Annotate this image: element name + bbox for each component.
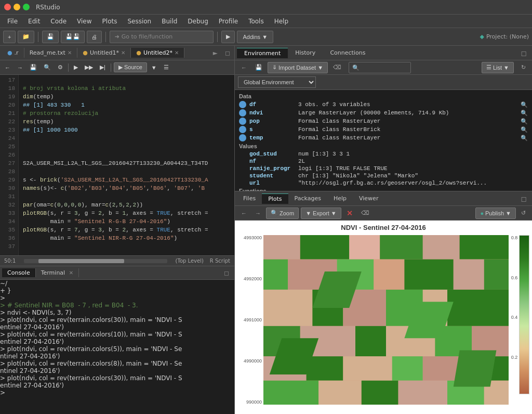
menu-tools[interactable]: Tools [243, 17, 269, 26]
files-tab-packages[interactable]: Packages [288, 193, 327, 203]
ed-save-btn[interactable]: 💾 [27, 63, 39, 72]
env-row-df[interactable]: df 3 obs. of 3 variables 🔍 [235, 100, 532, 109]
svg-rect-29 [392, 356, 423, 381]
ed-run-all-btn[interactable]: ▶▶ [82, 63, 96, 72]
window-controls[interactable] [4, 4, 30, 10]
tab-untitled1-close[interactable]: ✕ [121, 50, 125, 56]
menu-view[interactable]: View [72, 17, 97, 26]
plot-refresh-btn[interactable]: ↺ [518, 209, 529, 217]
ndvi-search-icon[interactable]: 🔍 [521, 110, 528, 117]
terminal-tab-close[interactable]: ✕ [69, 270, 73, 276]
menu-debug[interactable]: Debug [182, 17, 213, 26]
plot-export-button[interactable]: ▼ Export ▼ [301, 208, 341, 219]
env-tab-history[interactable]: History [288, 48, 323, 58]
menu-build[interactable]: Build [156, 17, 182, 26]
menu-help[interactable]: Help [269, 17, 294, 26]
files-float-btn[interactable]: ◻ [517, 195, 530, 203]
addins-button[interactable]: Addins ▼ [237, 31, 273, 43]
files-tab-help[interactable]: Help [327, 193, 353, 203]
plot-prev-btn[interactable]: ← [238, 209, 250, 217]
env-clear-btn[interactable]: ⌫ [330, 63, 344, 72]
console-line-2: > [0, 294, 234, 302]
files-tab-plots[interactable]: Plots [262, 193, 288, 204]
plot-zoom-button[interactable]: 🔍 Zoom [266, 208, 299, 219]
console-content[interactable]: ~/ + } > > # Sentinel NIR = B08 - 7 , re… [0, 280, 234, 414]
pop-search-icon[interactable]: 🔍 [521, 118, 528, 125]
menu-file[interactable]: File [2, 17, 23, 26]
cursor-position: 50:1 [4, 258, 16, 264]
print-button[interactable]: 🖨 [87, 31, 102, 43]
plot-publish-button[interactable]: ● Publish ▼ [475, 208, 516, 219]
ed-source-button[interactable]: ▶ Source [114, 62, 147, 72]
ed-redo-btn[interactable]: → [15, 63, 25, 72]
plot-next-btn[interactable]: → [252, 209, 264, 217]
env-row-temp[interactable]: temp Formal class RasterLayer 🔍 [235, 134, 532, 142]
menu-code[interactable]: Code [45, 17, 72, 26]
tab-float-button[interactable]: ◻ [223, 49, 232, 57]
toolbar-separator-1 [38, 32, 38, 42]
console-tab-terminal[interactable]: Terminal ✕ [36, 268, 79, 277]
env-list-button[interactable]: ☰ List ▼ [482, 62, 514, 73]
temp-search-icon[interactable]: 🔍 [521, 135, 528, 141]
minimize-button[interactable] [14, 4, 20, 10]
env-refresh-btn[interactable]: ↻ [518, 63, 529, 72]
ed-step-btn[interactable]: ▶| [97, 63, 108, 72]
env-row-s[interactable]: s Formal class RasterBrick 🔍 [235, 125, 532, 134]
go-to-file-container[interactable]: ➜ Go to file/function [110, 31, 214, 43]
something-btn[interactable]: ▶ [221, 31, 235, 43]
plot-delete-button[interactable]: ✕ [343, 208, 356, 218]
save-button[interactable]: 💾 [42, 31, 59, 43]
menu-profile[interactable]: Profile [214, 17, 243, 26]
editor-tab-untitled2[interactable]: ● Untitled2* ✕ [131, 48, 184, 58]
tab-untitled2-close[interactable]: ✕ [175, 50, 179, 56]
ed-menu-btn[interactable]: ☰ [161, 63, 171, 72]
editor-tab-untitled1[interactable]: ● Untitled1* ✕ [77, 48, 131, 58]
svg-rect-5 [423, 235, 460, 260]
files-tab-files[interactable]: Files [237, 193, 262, 203]
env-tab-environment[interactable]: Environment [237, 48, 288, 58]
menu-session[interactable]: Session [122, 17, 156, 26]
code-editor[interactable]: 17 18 19 20 21 22 23 24 25 26 27 28 29 3… [0, 75, 234, 255]
global-env-selector[interactable]: Global Environment [238, 76, 316, 88]
env-row-ndvi[interactable]: ndvi Large RasterLayer (90000 elements, … [235, 109, 532, 117]
env-row-pop[interactable]: pop Formal class RasterLayer 🔍 [235, 117, 532, 125]
s-name: s [249, 126, 296, 133]
env-back-btn[interactable]: ← [238, 63, 250, 72]
console-float-btn[interactable]: ◻ [221, 269, 232, 277]
save-all-button[interactable]: 💾💾 [61, 31, 85, 43]
ed-magic-btn[interactable]: ⚙ [55, 63, 65, 72]
menu-edit[interactable]: Edit [23, 17, 45, 26]
env-save-btn[interactable]: 💾 [252, 63, 265, 72]
s-search-icon[interactable]: 🔍 [521, 126, 528, 133]
tab-overflow-button[interactable]: ► [210, 49, 221, 57]
tab-readme-close[interactable]: ✕ [68, 50, 72, 56]
editor-tab-readme[interactable]: Read_me.txt ✕ [24, 48, 78, 58]
ed-undo-btn[interactable]: ← [2, 63, 13, 72]
env-section-functions: Functions [235, 187, 532, 191]
df-search-icon[interactable]: 🔍 [521, 101, 528, 108]
ed-source-dropdown[interactable]: ▼ [149, 63, 159, 72]
open-file-button[interactable]: 📁 [18, 31, 34, 43]
env-import-button[interactable]: ⇓ Import Dataset ▼ [268, 62, 328, 73]
env-tab-connections[interactable]: Connections [323, 48, 373, 58]
ndvi-name: ndvi [249, 110, 296, 116]
nf-name: nf [249, 158, 296, 164]
ed-find-btn[interactable]: 🔍 [41, 63, 54, 72]
close-button[interactable] [4, 4, 11, 10]
addins-label: Addins [243, 34, 260, 40]
menu-plots[interactable]: Plots [97, 17, 123, 26]
editor-tab-r[interactable]: ● .r [2, 48, 24, 58]
maximize-button[interactable] [23, 4, 30, 10]
svg-rect-32 [263, 381, 318, 405]
env-float-btn[interactable]: ◻ [517, 49, 530, 57]
env-search-input[interactable] [349, 62, 411, 73]
console-tab-console[interactable]: Console [2, 268, 36, 277]
files-tab-viewer[interactable]: Viewer [353, 193, 384, 203]
code-lines[interactable]: # broj vrsta kolona i atributa dim(temp)… [19, 75, 234, 255]
plot-clear-all-btn[interactable]: ⌫ [358, 209, 373, 217]
ed-run-btn[interactable]: ▶ [71, 63, 81, 72]
env-row-nf: nf 2L [235, 158, 532, 165]
env-row-god-stud: god_stud num [1:3] 3 3 1 [235, 150, 532, 158]
console-line-8: > plot(ndvi, col = rev(terrain.colors(8)… [0, 360, 234, 367]
new-file-button[interactable]: + [3, 31, 16, 43]
